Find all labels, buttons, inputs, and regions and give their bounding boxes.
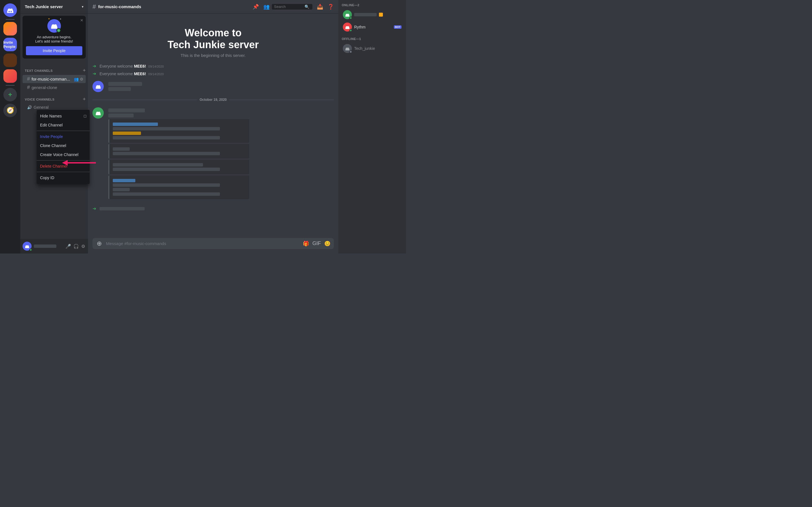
embed-row-6 bbox=[113, 152, 220, 155]
system-arrow-icon-3: ➜ bbox=[93, 206, 96, 211]
mute-icon[interactable]: 🎤 bbox=[65, 243, 71, 249]
invite-people-button[interactable]: Invite People bbox=[26, 46, 82, 55]
server-icon-dark[interactable] bbox=[3, 54, 17, 67]
embed-row-5 bbox=[113, 147, 130, 151]
date-divider: October 19, 2020 bbox=[88, 93, 338, 106]
channel-header-hash-icon: # bbox=[93, 3, 96, 10]
header-search: 🔍 bbox=[272, 4, 312, 10]
date-line-left bbox=[93, 100, 197, 100]
online-section-title: ONLINE—2 bbox=[342, 3, 403, 7]
username-blurred bbox=[34, 244, 56, 248]
message-input[interactable] bbox=[106, 238, 299, 249]
channel-icons: 👥 ⚙ bbox=[74, 77, 84, 81]
member-badge-1 bbox=[379, 13, 383, 17]
messages-area: Welcome to Tech Junkie server This is th… bbox=[88, 13, 338, 238]
add-text-channel-button[interactable]: + bbox=[83, 68, 86, 73]
context-menu: Hide Names □ Edit Channel Invite People … bbox=[37, 110, 90, 184]
context-divider-1 bbox=[37, 131, 90, 131]
channel-item-for-music-commands[interactable]: # for-music-comman... 👥 ⚙ bbox=[22, 75, 86, 83]
emoji-icon[interactable]: 😊 bbox=[324, 240, 331, 247]
member-avatar-offline bbox=[343, 44, 352, 53]
members-panel-icon[interactable]: 👥 bbox=[263, 4, 269, 10]
voice-channel-name: General bbox=[34, 105, 84, 110]
channel-item-general-clone[interactable]: # general-clone bbox=[22, 83, 86, 92]
blurred-name-2 bbox=[108, 108, 145, 112]
input-icons: 🎁 GIF 😊 bbox=[303, 240, 331, 247]
arrow-annotation bbox=[51, 154, 101, 172]
inbox-icon[interactable]: 📥 bbox=[317, 4, 323, 10]
text-channels-header[interactable]: TEXT CHANNELS + bbox=[20, 63, 88, 75]
member-name-blurred-1 bbox=[354, 13, 377, 16]
embed-row-11 bbox=[113, 188, 130, 191]
settings-icon: ⚙ bbox=[80, 77, 84, 81]
server-icon-orange[interactable] bbox=[3, 22, 17, 36]
date-text: October 19, 2020 bbox=[200, 98, 227, 102]
embed-row-2 bbox=[113, 127, 220, 130]
popup-close-button[interactable]: ✕ bbox=[80, 18, 84, 22]
server-icon-home[interactable] bbox=[3, 3, 17, 17]
chevron-down-icon: ▾ bbox=[82, 5, 84, 9]
member-name-rythm: Rythm bbox=[354, 25, 392, 29]
member-item-1[interactable] bbox=[342, 9, 403, 20]
message-group-1 bbox=[88, 80, 338, 93]
server-icon-tj[interactable]: Invite People bbox=[3, 38, 17, 51]
embed-row-8 bbox=[113, 168, 220, 171]
welcome-title: Welcome to Tech Junkie server bbox=[93, 27, 334, 51]
system-arrow-icon-1: ➜ bbox=[93, 63, 96, 69]
embed-row-4 bbox=[113, 136, 220, 139]
blurred-text-2 bbox=[108, 114, 134, 117]
popup-sparkle-icon: ✦ bbox=[60, 18, 61, 20]
add-server-button[interactable]: + bbox=[3, 88, 17, 101]
pin-icon[interactable]: 📌 bbox=[253, 4, 259, 10]
channel-header-name: for-music-commands bbox=[98, 4, 141, 9]
member-item-rythm[interactable]: Rythm BOT bbox=[342, 21, 403, 33]
deafen-icon[interactable]: 🎧 bbox=[73, 243, 80, 249]
channel-name: for-music-comman... bbox=[32, 76, 74, 81]
hide-names-checkbox: □ bbox=[84, 114, 86, 118]
gif-icon[interactable]: GIF bbox=[312, 240, 321, 247]
system-message-1: ➜ Everyone welcome MEE6! 09/14/2020 bbox=[88, 62, 338, 70]
blurred-username bbox=[108, 82, 142, 86]
member-item-offline[interactable]: Tech_junkie bbox=[342, 43, 403, 54]
embed-3 bbox=[108, 160, 249, 174]
welcome-subtitle: This is the beginning of this server. bbox=[93, 53, 334, 58]
channel-hash-icon: # bbox=[27, 76, 30, 82]
system-text-2: Everyone welcome MEE6! 09/14/2020 bbox=[100, 71, 164, 76]
settings-user-icon[interactable]: ⚙ bbox=[81, 243, 86, 249]
message-content-2 bbox=[108, 107, 334, 199]
members-icon: 👥 bbox=[74, 77, 79, 81]
message-group-2 bbox=[88, 106, 338, 200]
add-voice-channel-button[interactable]: + bbox=[83, 96, 86, 102]
blurred-text bbox=[108, 87, 131, 91]
bot-tag: BOT bbox=[394, 25, 402, 29]
context-edit-channel[interactable]: Edit Channel bbox=[37, 121, 90, 129]
context-clone-channel[interactable]: Clone Channel bbox=[37, 141, 90, 150]
server-icon-colorful[interactable] bbox=[3, 69, 17, 83]
context-hide-names[interactable]: Hide Names □ bbox=[37, 112, 90, 121]
embed-row-3 bbox=[113, 131, 141, 135]
member-avatar-rythm bbox=[343, 22, 352, 32]
search-input[interactable] bbox=[274, 4, 302, 9]
member-avatar-1 bbox=[343, 10, 352, 19]
message-content-1 bbox=[108, 81, 334, 92]
popup-avatar-badge: + bbox=[56, 28, 61, 33]
context-invite-people[interactable]: Invite People bbox=[37, 132, 90, 141]
voice-channels-header[interactable]: VOICE CHANNELS + bbox=[20, 92, 88, 103]
embed-2 bbox=[108, 144, 249, 159]
embed-row-10 bbox=[113, 183, 220, 187]
search-icon: 🔍 bbox=[305, 4, 309, 9]
user-info bbox=[34, 244, 63, 248]
main-content: # for-music-commands 📌 👥 🔍 📥 ❓ Welcome t… bbox=[88, 0, 338, 253]
embed-row-7 bbox=[113, 163, 203, 166]
add-attachment-button[interactable]: ⊕ bbox=[96, 240, 103, 247]
gift-icon[interactable]: 🎁 bbox=[303, 240, 309, 247]
right-sidebar: ONLINE—2 Rythm BOT OFFLINE—1 Tech_junkie bbox=[338, 0, 406, 253]
system-time-2: 09/14/2020 bbox=[148, 72, 164, 76]
help-icon[interactable]: ❓ bbox=[327, 4, 334, 10]
server-header[interactable]: Tech Junkie server ▾ bbox=[20, 0, 88, 13]
message-avatar-1 bbox=[93, 81, 104, 92]
member-offline-dot bbox=[349, 50, 352, 53]
context-copy-id[interactable]: Copy ID bbox=[37, 173, 90, 182]
explore-button[interactable]: 🧭 bbox=[3, 104, 17, 117]
user-area: 🎤 🎧 ⚙ bbox=[20, 239, 88, 253]
